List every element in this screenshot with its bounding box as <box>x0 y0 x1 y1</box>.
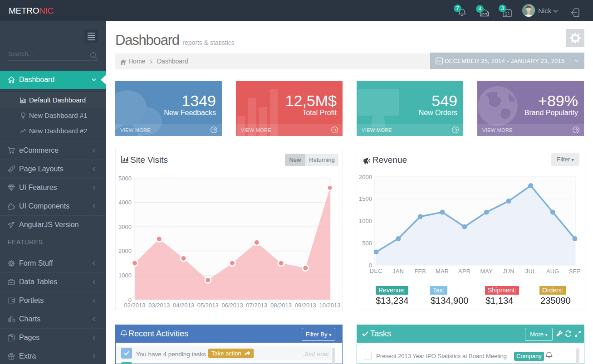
svg-text:03/2013: 03/2013 <box>148 302 170 309</box>
svg-text:2000: 2000 <box>359 174 372 180</box>
svg-text:04/2013: 04/2013 <box>173 302 194 309</box>
svg-text:500: 500 <box>362 240 372 247</box>
svg-text:SEP: SEP <box>569 268 581 275</box>
svg-text:06/2013: 06/2013 <box>222 302 243 309</box>
svg-text:MAR: MAR <box>436 268 449 275</box>
svg-text:MAY: MAY <box>480 268 493 275</box>
svg-text:07/2013: 07/2013 <box>246 302 267 309</box>
svg-text:09/2013: 09/2013 <box>295 302 316 309</box>
svg-text:AUG: AUG <box>546 268 559 275</box>
svg-text:5000: 5000 <box>118 175 132 182</box>
svg-text:1500: 1500 <box>359 195 372 202</box>
svg-text:10/2013: 10/2013 <box>319 302 341 309</box>
svg-text:JUN: JUN <box>503 268 515 275</box>
svg-text:1000: 1000 <box>359 218 372 224</box>
svg-text:FEB: FEB <box>414 268 426 275</box>
svg-text:08/2013: 08/2013 <box>270 302 292 309</box>
svg-text:05/2013: 05/2013 <box>197 302 219 309</box>
svg-text:JUL: JUL <box>525 268 536 275</box>
svg-text:DEC: DEC <box>370 268 382 274</box>
svg-text:4000: 4000 <box>118 199 132 206</box>
svg-text:02/2013: 02/2013 <box>124 302 146 309</box>
svg-text:APR: APR <box>458 268 470 275</box>
svg-text:1000: 1000 <box>118 272 132 279</box>
svg-text:2000: 2000 <box>118 248 132 254</box>
svg-text:3000: 3000 <box>118 223 132 230</box>
svg-text:JAN: JAN <box>392 268 404 275</box>
